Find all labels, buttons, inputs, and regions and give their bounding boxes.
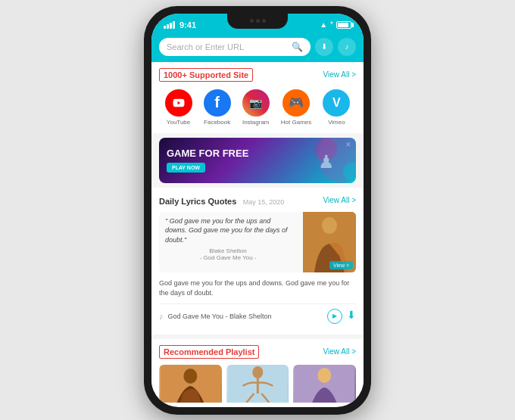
banner-play-btn[interactable]: PLAY NOW [167,163,205,173]
playlist-item-2[interactable]: The Happiest Pop [293,365,356,403]
svg-point-9 [252,366,263,378]
daily-date: May 15, 2020 [243,198,285,206]
meditation-svg [159,365,222,403]
site-facebook[interactable]: f Facebook [204,89,231,126]
vimeo-label: Vimeo [328,119,345,126]
quote-image: View > [303,212,356,272]
search-icon: 🔍 [292,42,303,52]
quote-artist: Blake Shelton [165,247,291,254]
site-vimeo[interactable]: V Vimeo [323,89,350,126]
instagram-label: Instagram [242,119,270,126]
search-bar-area: Search or Enter URL 🔍 ⬇ ♪ [151,35,364,62]
playlist-thumbs: Classical Meditation [159,365,356,403]
song-row: ♪ God Gave Me You - Blake Shelton ▶ ⬇ [159,303,356,328]
site-hotgames[interactable]: 🎮 Hot Games [281,89,311,126]
supported-sites-title: 1000+ Supported Site [159,68,253,82]
daily-title: Daily Lyrics Quotes [159,197,236,206]
battery-icon [336,21,351,29]
search-input[interactable]: Search or Enter URL [167,42,287,51]
yoga-svg [226,365,289,403]
facebook-icon: f [204,89,231,117]
pop-svg [293,365,356,403]
daily-view-all[interactable]: View All > [323,196,356,204]
banner-title: GAME FOR FREE [167,148,248,160]
song-name: God Gave Me You - Blake Shelton [168,313,323,320]
music-note-icon: ♪ [159,312,164,321]
phone-frame: 9:41 ▲ * Search or Enter URL 🔍 ⬇ ♪ [144,6,371,415]
svg-point-5 [322,217,337,234]
quote-description: God gave me you for the ups and downs. G… [159,278,356,299]
phone-screen: 9:41 ▲ * Search or Enter URL 🔍 ⬇ ♪ [151,14,364,407]
bluetooth-icon: * [330,20,333,29]
facebook-label: Facebook [204,119,230,126]
site-youtube[interactable]: YouTube [165,89,192,126]
recommended-playlist-section: Recommended Playlist View All > [151,339,364,403]
status-right: ▲ * [320,20,351,29]
quote-text: " God gave me you for the ups and downs.… [165,216,291,245]
hotgames-label: Hot Games [281,119,311,126]
daily-lyrics-header: Daily Lyrics Quotes May 15, 2020 View Al… [159,194,356,207]
banner-text: GAME FOR FREE PLAY NOW [167,148,248,173]
site-instagram[interactable]: 📷 Instagram [242,89,270,126]
quote-song: - God Gave Me You - [165,254,291,261]
banner-ad[interactable]: GAME FOR FREE PLAY NOW ✕ ♟ [159,138,356,183]
banner-decoration: ♟ [288,138,356,183]
supported-sites-view-all[interactable]: View All > [323,70,356,79]
svg-point-11 [318,368,332,383]
daily-title-group: Daily Lyrics Quotes May 15, 2020 [159,194,284,207]
status-left: 9:41 [164,20,196,30]
playlist-item-1[interactable]: Indie Yoga [226,365,289,403]
playlist-view-all[interactable]: View All > [323,347,356,356]
quote-text-wrap: " God gave me you for the ups and downs.… [159,212,297,272]
hotgames-icon: 🎮 [282,89,310,117]
instagram-icon: 📷 [242,89,270,117]
main-content: 1000+ Supported Site View All > YouTube … [151,62,364,403]
thumb-meditation-img [159,365,222,403]
playlist-title: Recommended Playlist [159,345,259,359]
svg-text:♟: ♟ [318,151,335,172]
playlist-item-0[interactable]: Classical Meditation [159,365,222,403]
play-button[interactable]: ▶ [327,309,342,324]
youtube-icon [165,89,192,117]
download-icon-btn[interactable]: ⬇ [315,38,333,56]
playlist-header: Recommended Playlist View All > [159,345,356,359]
quote-card: " God gave me you for the ups and downs.… [159,212,356,272]
supported-sites-section: 1000+ Supported Site View All > YouTube … [151,62,364,133]
download-song-icon[interactable]: ⬇ [347,309,356,324]
sites-row: YouTube f Facebook 📷 Instagram 🎮 [151,85,364,133]
status-time: 9:41 [179,20,196,30]
daily-lyrics-section: Daily Lyrics Quotes May 15, 2020 View Al… [151,188,364,334]
quote-view-btn[interactable]: View > [329,261,353,269]
thumb-pop-img [293,365,356,403]
song-actions: ▶ ⬇ [327,309,356,324]
thumb-yoga-img [226,365,289,403]
supported-sites-header: 1000+ Supported Site View All > [151,62,364,85]
youtube-label: YouTube [167,119,190,126]
vimeo-icon: V [323,89,350,117]
notch [227,14,288,29]
wifi-icon: ▲ [320,20,327,29]
search-bar[interactable]: Search or Enter URL 🔍 [159,38,311,56]
svg-point-7 [183,369,197,384]
music-icon-btn[interactable]: ♪ [338,38,356,56]
